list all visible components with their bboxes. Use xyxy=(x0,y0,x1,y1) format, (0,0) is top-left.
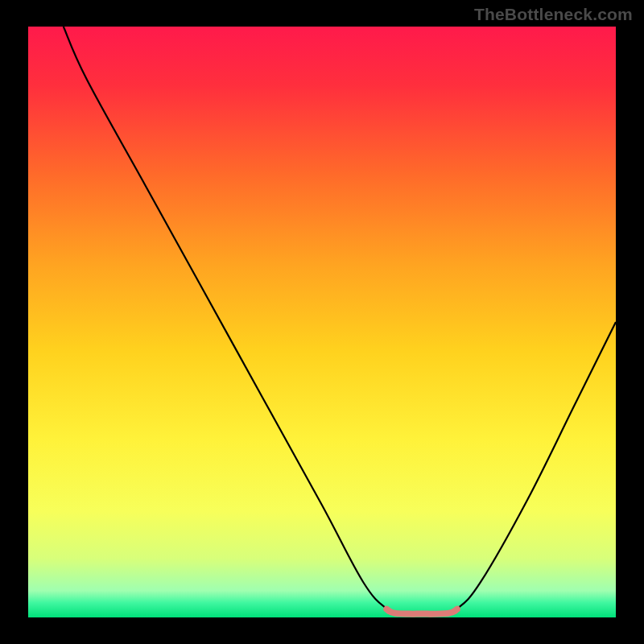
plot-background xyxy=(28,27,616,617)
attribution-label: TheBottleneck.com xyxy=(474,5,633,24)
bottleneck-plot xyxy=(0,0,644,644)
chart-frame: TheBottleneck.com xyxy=(0,0,644,644)
